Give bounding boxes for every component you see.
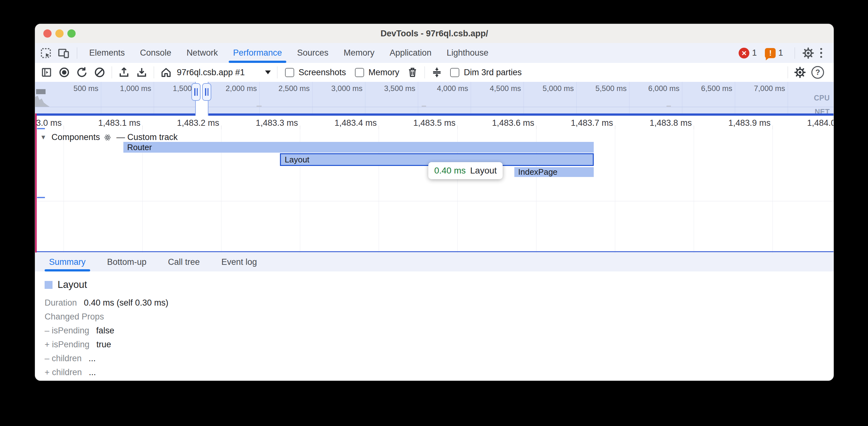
tab-call-tree[interactable]: Call tree — [163, 253, 204, 271]
warning-icon: ! — [765, 48, 776, 58]
tab-summary[interactable]: Summary — [44, 253, 90, 271]
overview-gridline — [524, 82, 524, 113]
overview-lane-divider — [35, 107, 834, 107]
overview-tick-label: 4,500 ms — [490, 84, 521, 93]
download-icon — [136, 66, 148, 78]
overview-gridline — [629, 82, 629, 113]
tabbar-separator — [77, 47, 77, 59]
summary-row-value: 0.40 ms (self 0.30 ms) — [84, 299, 168, 307]
inspect-element-button[interactable] — [37, 44, 55, 62]
ruler-tick-mark — [221, 126, 221, 129]
ruler-tick-mark — [64, 126, 64, 129]
overview-tick-label: 5,500 ms — [595, 84, 627, 93]
tab-application[interactable]: Application — [382, 43, 439, 63]
ruler-tick-mark — [694, 126, 694, 129]
sidebar-toggle-icon — [41, 67, 52, 78]
overview-gridline — [735, 82, 735, 113]
tab-performance[interactable]: Performance — [225, 43, 290, 63]
target-selector-dropdown[interactable]: 97r6ql.csb.app #1 — [177, 68, 271, 77]
tooltip-duration: 0.40 ms — [434, 166, 466, 176]
overview-gridline — [576, 82, 577, 113]
timeline-overview[interactable]: 500 ms1,000 ms1,500 ms2,000 ms2,500 ms3,… — [35, 82, 834, 116]
summary-row-label: + isPending — [44, 340, 90, 349]
flame-bar-indexpage[interactable]: IndexPage — [514, 167, 594, 177]
dim-3rd-parties-checkbox[interactable]: Dim 3rd parties — [450, 68, 522, 77]
tab-memory[interactable]: Memory — [336, 43, 382, 63]
home-button[interactable] — [157, 64, 175, 81]
summary-row-ispending-new: + isPending true — [44, 340, 834, 349]
tab-bottom-up[interactable]: Bottom-up — [103, 253, 151, 271]
overview-gridline — [259, 82, 260, 113]
overview-tick-label: 3,500 ms — [384, 84, 415, 93]
track-suffix: — Custom track — [116, 132, 178, 142]
dim-3rd-parties-label: Dim 3rd parties — [464, 68, 522, 77]
tab-sources[interactable]: Sources — [289, 43, 336, 63]
ruler-tick-label: 1,483.9 ms — [728, 118, 771, 128]
overview-tick-label: 6,000 ms — [648, 84, 679, 93]
checkbox-icon — [450, 68, 459, 77]
summary-event-name: Layout — [58, 279, 87, 290]
ruler-tick-mark — [615, 126, 615, 129]
net-activity-blip — [422, 105, 426, 107]
track-scroll-indicator — [37, 128, 45, 129]
overview-gridline — [365, 82, 365, 113]
target-selector-value: 97r6ql.csb.app #1 — [177, 68, 245, 77]
title-bar[interactable]: DevTools - 97r6ql.csb.app/ — [35, 24, 834, 43]
tab-console[interactable]: Console — [132, 43, 179, 63]
flame-gridline — [694, 129, 694, 253]
flame-chart[interactable]: ▼ Components — Custom track Router — [35, 129, 834, 253]
load-profile-button[interactable] — [115, 64, 133, 81]
selection-handle-left[interactable] — [191, 83, 200, 101]
error-count: 1 — [752, 48, 757, 58]
ruler-tick-label: 1,483.1 ms — [98, 118, 141, 128]
help-icon: ? — [811, 66, 824, 79]
overview-cpu-marker — [36, 89, 45, 94]
flame-bar-router[interactable]: Router — [123, 142, 594, 153]
summary-row-duration: Duration 0.40 ms (self 0.30 ms) — [44, 299, 834, 307]
summary-panel: Layout Duration 0.40 ms (self 0.30 ms) C… — [35, 271, 834, 381]
capture-settings-button[interactable] — [791, 64, 809, 81]
tab-event-log[interactable]: Event log — [217, 253, 261, 271]
overview-gridline — [471, 82, 471, 113]
screenshots-checkbox[interactable]: Screenshots — [285, 68, 346, 77]
collect-garbage-button[interactable] — [404, 64, 421, 81]
clear-button[interactable] — [91, 64, 108, 81]
record-and-reload-button[interactable] — [73, 64, 91, 81]
toggle-sidebar-button[interactable] — [38, 64, 55, 81]
record-button[interactable] — [55, 64, 73, 81]
reload-icon — [76, 66, 88, 78]
tab-network[interactable]: Network — [179, 43, 225, 63]
memory-checkbox[interactable]: Memory — [355, 68, 400, 77]
flame-gridline — [615, 129, 615, 253]
summary-row-changed-props: Changed Props — [44, 313, 834, 321]
device-toolbar-button[interactable] — [55, 44, 72, 62]
more-options-button[interactable] — [817, 48, 826, 58]
block-icon — [94, 66, 106, 78]
summary-row-value: true — [96, 340, 111, 349]
overview-tick-label: 4,000 ms — [437, 84, 468, 93]
home-icon — [160, 66, 172, 78]
issues-badges[interactable]: × 1 ! 1 — [739, 48, 783, 59]
summary-row-children-new: + children ... — [44, 368, 834, 377]
toolbar-separator — [277, 66, 277, 78]
chevron-down-icon — [265, 70, 271, 74]
summary-title-row: Layout — [44, 279, 834, 290]
window-title: DevTools - 97r6ql.csb.app/ — [35, 24, 834, 43]
summary-row-value: false — [96, 326, 114, 335]
collapse-triangle-icon[interactable]: ▼ — [40, 134, 46, 141]
devtools-settings-button[interactable] — [799, 44, 817, 62]
tab-lighthouse[interactable]: Lighthouse — [439, 43, 496, 63]
shortcuts-dialog-button[interactable] — [428, 64, 446, 81]
ruler-tick-label: 1,483.6 ms — [492, 118, 534, 128]
track-scroll-indicator — [37, 197, 45, 198]
track-header-components[interactable]: ▼ Components — Custom track — [40, 132, 178, 142]
gear-icon — [794, 66, 806, 79]
help-button[interactable]: ? — [809, 64, 827, 81]
selection-handle-right[interactable] — [202, 83, 211, 101]
summary-row-label: Duration — [44, 299, 77, 307]
tab-elements[interactable]: Elements — [82, 43, 132, 63]
save-profile-button[interactable] — [133, 64, 151, 81]
selection-handles[interactable] — [191, 83, 211, 101]
summary-row-label: – isPending — [44, 326, 89, 335]
ruler-tick-label: 1,483.4 ms — [334, 118, 377, 128]
